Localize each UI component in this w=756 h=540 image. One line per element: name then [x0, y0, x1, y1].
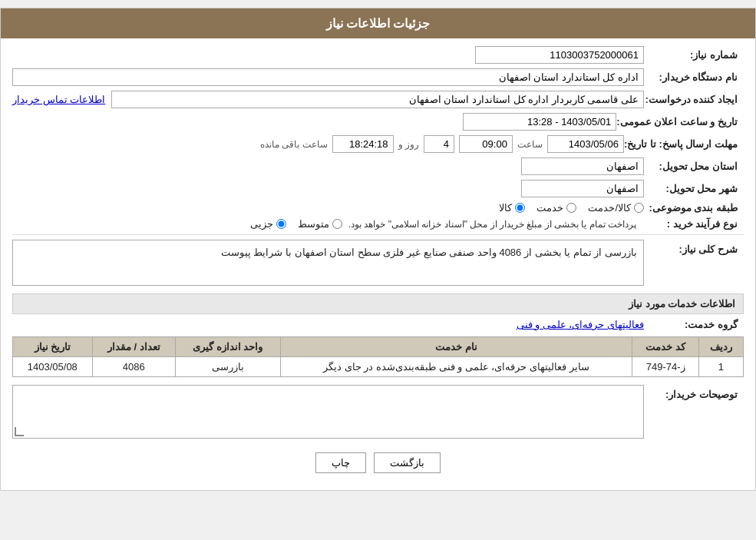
process-label-motavasset: متوسط [298, 218, 329, 230]
buyer-org-input [12, 68, 644, 86]
deadline-time-input [459, 135, 513, 153]
deadline-days-input [424, 135, 454, 153]
city-input [521, 180, 644, 197]
services-table: ردیف کد خدمت نام خدمت واحد اندازه گیری ت… [12, 336, 744, 377]
table-cell: 1403/05/08 [13, 357, 93, 377]
description-box: بازرسی از تمام یا بخشی از 4086 واحد صنفی… [12, 240, 644, 286]
col-name: نام خدمت [280, 337, 632, 357]
city-label: شهر محل تحویل: [644, 183, 744, 194]
category-label-kala: کالا [499, 202, 512, 214]
process-label: نوع فرآیند خرید : [644, 218, 744, 230]
description-label: شرح کلی نیاز: [644, 240, 744, 255]
table-cell: 4086 [92, 357, 175, 377]
resize-handle[interactable] [15, 427, 24, 436]
process-note: پرداخت تمام یا بخشی از مبلغ خریدار از مح… [348, 219, 636, 230]
process-label-jozii: جزیی [250, 218, 273, 230]
creator-label: ایجاد کننده درخواست: [644, 94, 744, 105]
footer-buttons: بازگشت چاپ [12, 443, 744, 482]
deadline-label: مهلت ارسال پاسخ: تا تاریخ: [624, 138, 744, 150]
creator-contact-link[interactable]: اطلاعات تماس خریدار [12, 94, 105, 105]
deadline-time-label: ساعت [517, 139, 543, 150]
col-row: ردیف [698, 337, 743, 357]
col-unit: واحد اندازه گیری [175, 337, 280, 357]
deadline-remaining-label: ساعت باقی مانده [260, 139, 328, 150]
process-option-jozii[interactable]: جزیی [250, 218, 286, 230]
category-radio-kala-khadamat[interactable] [634, 203, 644, 213]
process-option-motavasset[interactable]: متوسط [298, 218, 342, 230]
buyer-notes-label: توصیحات خریدار: [644, 385, 744, 400]
table-row: 1ز-74-749سایر فعالیتهای حرفه‌ای، علمی و … [13, 357, 744, 377]
datetime-input [463, 113, 616, 131]
services-section-header: اطلاعات خدمات مورد نیاز [12, 293, 744, 314]
table-cell: ز-74-749 [632, 357, 699, 377]
print-button[interactable]: چاپ [315, 452, 366, 473]
category-radio-kala[interactable] [515, 203, 525, 213]
table-cell: 1 [698, 357, 743, 377]
col-date: تاریخ نیاز [13, 337, 93, 357]
page-title: جزئیات اطلاعات نیاز [1, 8, 755, 38]
category-radio-khadamat[interactable] [566, 203, 576, 213]
category-label-khadamat: خدمت [536, 202, 563, 214]
deadline-days-label: روز و [398, 139, 419, 150]
category-radio-group: کالا/خدمت خدمت کالا [12, 202, 644, 214]
back-button[interactable]: بازگشت [374, 452, 441, 473]
need-number-label: شماره نیاز: [644, 49, 744, 61]
category-option-kala-khadamat[interactable]: کالا/خدمت [588, 202, 644, 214]
creator-input [111, 91, 644, 108]
process-radio-group: متوسط جزیی [250, 218, 342, 230]
deadline-date-input [547, 135, 624, 153]
province-label: استان محل تحویل: [644, 161, 744, 172]
deadline-remaining-input [332, 135, 394, 153]
table-cell: سایر فعالیتهای حرفه‌ای، علمی و فنی طبقه‌… [280, 357, 632, 377]
buyer-notes-box [12, 385, 644, 439]
category-option-khadamat[interactable]: خدمت [536, 202, 576, 214]
category-label: طبقه بندی موضوعی: [644, 202, 744, 214]
service-group-value[interactable]: فعالیتهای حرفه‌ای، علمی و فنی [517, 319, 644, 330]
buyer-org-label: نام دستگاه خریدار: [644, 71, 744, 83]
table-cell: بازرسی [175, 357, 280, 377]
service-group-label: گروه خدمت: [644, 319, 744, 330]
col-qty: تعداد / مقدار [92, 337, 175, 357]
category-option-kala[interactable]: کالا [499, 202, 525, 214]
datetime-label: تاریخ و ساعت اعلان عمومی: [616, 116, 744, 128]
need-number-input [475, 46, 644, 64]
process-radio-jozii[interactable] [276, 219, 286, 229]
col-code: کد خدمت [632, 337, 699, 357]
category-label-kala-khadamat: کالا/خدمت [588, 202, 631, 214]
province-input [521, 157, 644, 175]
process-radio-motavasset[interactable] [332, 219, 342, 229]
